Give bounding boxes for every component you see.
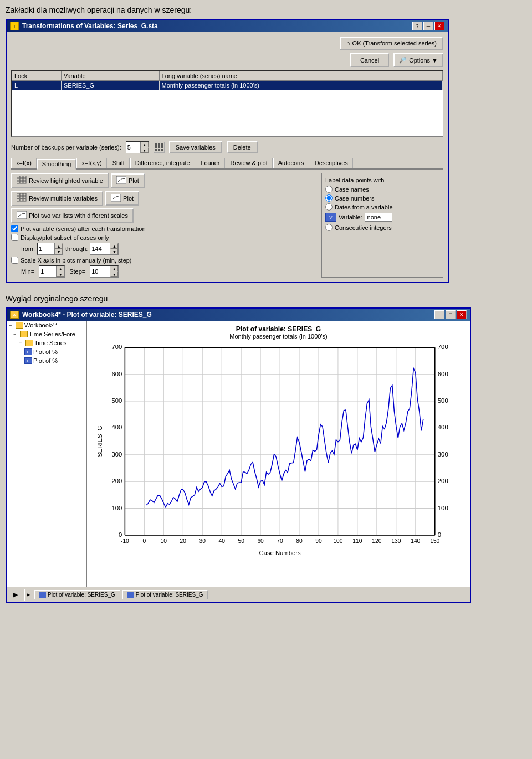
- dialog-title: Transformations of Variables: Series_G.s…: [22, 22, 158, 30]
- tab-xfxy[interactable]: x=f(x,y): [76, 158, 106, 168]
- svg-rect-22: [17, 196, 19, 198]
- tab-autocorrs[interactable]: Autocorrs: [273, 158, 309, 168]
- wb-close-button[interactable]: ✕: [457, 310, 467, 319]
- scale-x-checkbox[interactable]: [11, 257, 18, 264]
- y-tick-label: 300: [111, 451, 122, 458]
- tab-review[interactable]: Review & plot: [226, 158, 273, 168]
- from-up[interactable]: ▲: [55, 243, 63, 249]
- chart-svg: 0010010020020030030040040050050060060070…: [91, 342, 466, 558]
- x-tick-label: 40: [218, 538, 225, 544]
- x-tick-label: 60: [257, 538, 264, 544]
- col-name: Long variable (series) name: [159, 71, 442, 81]
- plot2-button[interactable]: Plot: [105, 191, 139, 206]
- tree-time-series[interactable]: − Time Series: [7, 339, 86, 347]
- plot2-icon: [111, 194, 121, 203]
- svg-rect-8: [161, 149, 163, 151]
- from-down[interactable]: ▼: [55, 249, 63, 254]
- dialog-titlebar: T Transformations of Variables: Series_G…: [7, 20, 448, 32]
- y-tick-label: 600: [111, 371, 122, 377]
- chart-container: 0010010020020030030040040050050060060070…: [91, 342, 466, 558]
- min-input[interactable]: [39, 268, 56, 275]
- from-through-row: from: ▲ ▼ through: ▲ ▼: [21, 243, 317, 255]
- tab-smoothing[interactable]: Smoothing: [37, 159, 76, 170]
- review-multiple-button[interactable]: Review multiple variables: [11, 191, 103, 206]
- radio-consecutive-label: Consecutive integers: [335, 224, 392, 231]
- display-subset-checkbox[interactable]: [11, 234, 18, 241]
- radio-case-names-label: Case names: [335, 186, 369, 193]
- help-button[interactable]: ?: [412, 22, 422, 30]
- tab-fourier[interactable]: Fourier: [196, 158, 225, 168]
- ok-button[interactable]: ⌂ OK (Transform selected series): [340, 37, 443, 50]
- minimize-button[interactable]: ─: [423, 22, 433, 30]
- through-up[interactable]: ▲: [110, 243, 118, 249]
- x-tick-label: 90: [315, 538, 322, 544]
- y-tick-label: 500: [111, 397, 122, 404]
- tree-plot-v1[interactable]: P Plot of %: [7, 347, 86, 356]
- plot-two-var-button[interactable]: Plot two var lists with different scales: [11, 208, 134, 223]
- tab-shift[interactable]: Shift: [108, 158, 130, 168]
- y-tick-label: 400: [111, 424, 122, 430]
- close-button[interactable]: ✕: [434, 22, 444, 30]
- plot1-button[interactable]: Plot: [111, 173, 145, 188]
- x-tick-label: 80: [296, 538, 303, 544]
- options-button[interactable]: 🔎 Options ▼: [393, 53, 443, 67]
- tree-time-series-fore[interactable]: − Time Series/Fore: [7, 330, 86, 339]
- chart-subtitle: Monthly passenger totals (in 1000's): [91, 333, 466, 340]
- spinner-up[interactable]: ▲: [141, 142, 149, 147]
- tab-difference[interactable]: Difference, integrate: [130, 158, 195, 168]
- tree-file-icon1: P: [24, 348, 32, 355]
- grid3-icon: [17, 193, 27, 203]
- delete-button[interactable]: Delete: [227, 141, 258, 153]
- svg-rect-10: [20, 176, 23, 178]
- tab-descriptives[interactable]: Descriptives: [310, 158, 353, 168]
- taskbar-btn2[interactable]: Plot of variable: SERIES_G: [122, 590, 208, 599]
- backups-spinner: ▲ ▼: [126, 141, 149, 153]
- step-up[interactable]: ▲: [110, 266, 118, 271]
- from-input[interactable]: [38, 245, 54, 253]
- cancel-button[interactable]: Cancel: [350, 53, 389, 67]
- taskbar-arrow[interactable]: ▶: [24, 589, 32, 601]
- svg-rect-26: [20, 199, 23, 201]
- taskbar-label2: Plot of variable: SERIES_G: [136, 592, 203, 598]
- ts-folder-icon: [20, 331, 28, 337]
- table-row[interactable]: L SERIES_G Monthly passenger totals (in …: [12, 81, 443, 90]
- step-input[interactable]: [90, 268, 110, 275]
- step-down[interactable]: ▼: [110, 271, 118, 277]
- tree-tss-label: Time Series: [34, 340, 66, 346]
- plot-variable-checkbox[interactable]: [11, 225, 18, 232]
- radio-dates-row: Dates from a variable: [325, 203, 439, 211]
- y-tick-right: 300: [438, 451, 448, 458]
- workbook-window: W Workbook4* - Plot of variable: SERIES_…: [6, 307, 471, 603]
- tree-expand-tss: −: [19, 340, 24, 346]
- wb-minimize-button[interactable]: ─: [434, 310, 444, 319]
- tree-plot-v2[interactable]: P Plot of %: [7, 356, 86, 365]
- radio-case-names[interactable]: [325, 186, 332, 193]
- plot2-label: Plot: [123, 195, 134, 202]
- spinner-down[interactable]: ▼: [141, 147, 149, 153]
- tab-xfx[interactable]: x=f(x): [11, 158, 37, 168]
- save-button[interactable]: Save variables: [169, 141, 222, 153]
- min-down[interactable]: ▼: [57, 271, 64, 277]
- review-highlighted-label: Review highlighted variable: [29, 177, 103, 184]
- variable-table: Lock Variable Long variable (series) nam…: [12, 71, 443, 90]
- grid-icon[interactable]: [154, 142, 165, 153]
- svg-rect-15: [17, 181, 19, 183]
- wb-maximize-button[interactable]: □: [446, 310, 456, 319]
- radio-dates[interactable]: [325, 203, 332, 211]
- x-tick-label: 130: [391, 538, 401, 544]
- min-up[interactable]: ▲: [57, 266, 64, 271]
- taskbar-start[interactable]: ▶: [9, 589, 22, 601]
- x-axis-label: Case Numbers: [259, 550, 300, 556]
- backups-input[interactable]: [126, 143, 140, 151]
- svg-rect-21: [23, 193, 26, 196]
- review-highlighted-button[interactable]: Review highlighted variable: [11, 173, 109, 188]
- options-label: Options ▼: [409, 57, 438, 64]
- tree-workbook4[interactable]: − Workbook4*: [7, 321, 86, 330]
- variable-value-box[interactable]: none: [365, 213, 392, 222]
- taskbar-btn1[interactable]: Plot of variable: SERIES_G: [34, 590, 120, 599]
- variable-label: Variable:: [339, 214, 362, 220]
- radio-case-numbers[interactable]: [325, 194, 332, 202]
- through-down[interactable]: ▼: [110, 249, 118, 254]
- through-input[interactable]: [90, 245, 110, 253]
- radio-consecutive[interactable]: [325, 224, 332, 231]
